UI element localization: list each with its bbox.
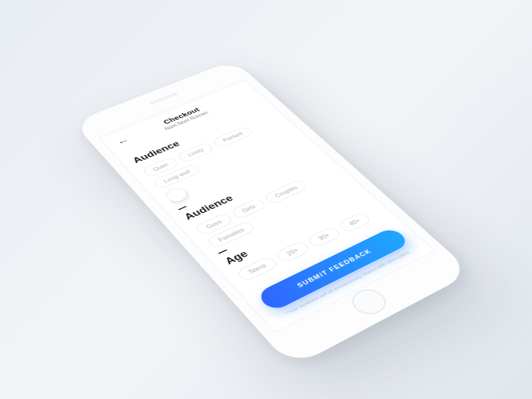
section-divider [178,206,187,210]
chip-30plus[interactable]: 30+ [306,225,342,248]
chip-20plus[interactable]: 20+ [274,241,311,264]
app-screen: ← Checkout Nom Nom Romen Audience Quiet … [98,80,434,332]
slider-knob-icon[interactable] [163,186,190,204]
chip-40plus[interactable]: 40+ [336,211,372,233]
phone-frame: ← Checkout Nom Nom Romen Audience Quiet … [72,60,472,368]
back-arrow-icon[interactable]: ← [114,136,132,147]
section-divider [218,249,227,254]
